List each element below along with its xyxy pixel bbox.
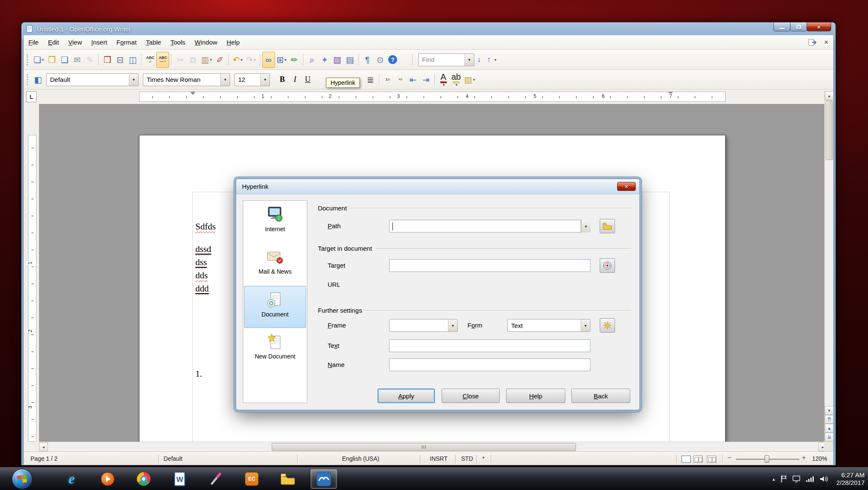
autospellcheck-button[interactable]: ABC~~~	[156, 52, 169, 68]
paragraph-style-combo[interactable]: Default ▾	[46, 73, 139, 86]
find-next-button[interactable]: ↓	[474, 54, 484, 65]
view-book-button[interactable]	[707, 456, 716, 463]
gallery-button[interactable]: ▧	[331, 52, 344, 68]
highlighting-button[interactable]: ab▾	[450, 72, 462, 88]
view-single-page-button[interactable]	[682, 456, 691, 463]
help-button[interactable]: ?	[387, 52, 399, 68]
new-document-button[interactable]: ❏▾	[32, 52, 45, 68]
highlighting-dropdown-icon[interactable]: ▾	[456, 83, 458, 87]
menu-edit[interactable]: Edit	[43, 36, 64, 49]
volume-icon[interactable]	[820, 476, 828, 482]
nonprinting-characters-button[interactable]: ¶	[361, 52, 374, 68]
language-indicator[interactable]: English (USA)	[303, 455, 418, 462]
print-file-button[interactable]: ⊟	[114, 52, 126, 68]
taskbar-screen-recorder[interactable]: EC	[239, 469, 265, 489]
vertical-scroll-thumb[interactable]	[826, 101, 833, 160]
previous-page-button[interactable]: ⇈	[825, 415, 833, 424]
category-document[interactable]: Document	[244, 286, 306, 328]
document-text-line[interactable]: Sdfds	[195, 220, 216, 233]
events-button[interactable]	[600, 318, 615, 333]
menu-table[interactable]: Table	[141, 36, 166, 49]
name-input[interactable]	[389, 359, 590, 371]
show-hidden-icons-button[interactable]: ▴	[773, 476, 775, 482]
find-replace-button[interactable]: ⌕	[306, 52, 318, 68]
target-field[interactable]	[389, 259, 590, 272]
increase-indent-button[interactable]: ⇥	[420, 72, 432, 88]
insert-table-dropdown-icon[interactable]: ▾	[284, 58, 287, 62]
bold-button[interactable]: B	[276, 72, 289, 88]
taskbar-media-player[interactable]	[95, 469, 121, 489]
save-document-button[interactable]: ❑	[58, 52, 71, 68]
navigator-button[interactable]: ✦	[318, 52, 331, 68]
tab-stop-selector[interactable]: L	[26, 91, 36, 102]
taskbar-internet-explorer[interactable]: e	[58, 469, 85, 489]
dialog-title-bar[interactable]: Hyperlink ×	[236, 179, 640, 194]
spellcheck-button[interactable]: ABC✓	[144, 52, 156, 68]
open-file-button[interactable]	[600, 219, 615, 233]
export-pdf-button[interactable]: ❒	[101, 52, 114, 68]
text-input[interactable]	[389, 340, 590, 352]
scroll-left-button[interactable]: ◂	[39, 442, 48, 451]
form-combo[interactable]: Text ▾	[507, 319, 590, 332]
font-name-combo[interactable]: Times New Roman ▾	[143, 73, 230, 86]
menu-window[interactable]: Window	[190, 36, 222, 49]
background-color-button[interactable]: ▨▾	[462, 72, 476, 88]
zoom-level[interactable]: 120%	[812, 455, 827, 462]
start-button[interactable]	[12, 469, 32, 489]
zoom-slider-thumb[interactable]	[765, 455, 769, 463]
modified-indicator[interactable]: *	[482, 455, 484, 462]
menu-help[interactable]: Help	[222, 36, 245, 49]
taskbar-chrome[interactable]	[131, 469, 157, 489]
maximize-button[interactable]	[790, 22, 807, 31]
document-as-email-button[interactable]: ✉	[71, 52, 83, 68]
category-internet[interactable]: Internet	[244, 201, 306, 243]
menu-file[interactable]: File	[24, 36, 43, 49]
scroll-up-button[interactable]: ▲	[825, 91, 833, 100]
horizontal-scroll-thumb[interactable]	[272, 443, 576, 451]
taskbar-paint[interactable]	[203, 469, 229, 489]
back-button[interactable]: Back	[571, 389, 630, 403]
application-icon[interactable]	[26, 25, 33, 33]
bullet-list-button[interactable]: •≡	[394, 72, 407, 88]
category-mail[interactable]: Mail & News	[244, 244, 306, 286]
dialog-close-button[interactable]: ×	[617, 182, 636, 191]
font-dropdown-icon[interactable]: ▾	[220, 74, 230, 86]
scroll-down-button[interactable]: ▼	[825, 406, 833, 415]
menu-format[interactable]: Format	[112, 36, 142, 49]
apply-button[interactable]: Apply	[378, 389, 435, 403]
menu-view[interactable]: View	[64, 36, 86, 49]
document-menu-icon[interactable]	[808, 39, 817, 46]
taskbar-folder[interactable]	[275, 469, 301, 489]
selection-mode-indicator[interactable]: STD	[461, 455, 473, 462]
font-color-button[interactable]: A▾	[437, 72, 450, 88]
find-combo[interactable]: Find ▾	[418, 53, 474, 66]
find-dropdown-icon[interactable]: ▾	[465, 54, 474, 66]
action-center-icon[interactable]	[780, 475, 787, 483]
data-sources-button[interactable]: ▤	[344, 52, 356, 68]
draw-functions-button[interactable]: ✏	[288, 52, 301, 68]
document-text-line[interactable]: dds	[195, 269, 216, 282]
close-document-button[interactable]: ×	[822, 38, 831, 47]
frame-dropdown-icon[interactable]: ▾	[448, 319, 457, 331]
open-document-button[interactable]: ❐	[45, 52, 58, 68]
path-field[interactable]	[389, 220, 581, 232]
insert-mode-indicator[interactable]: INSRT	[430, 455, 448, 462]
next-page-button[interactable]: ⇊	[825, 433, 833, 442]
name-field[interactable]	[389, 358, 590, 371]
form-dropdown-icon[interactable]: ▾	[581, 319, 590, 331]
align-justified-button[interactable]: ≣	[364, 72, 377, 88]
frame-combo[interactable]: ▾	[389, 319, 458, 332]
styles-window-button[interactable]: ◧	[32, 72, 45, 88]
page-style-indicator[interactable]: Default	[164, 455, 182, 462]
document-text[interactable]: Sdfdsdssddssddsddd	[195, 220, 216, 295]
font-color-dropdown-icon[interactable]: ▾	[443, 83, 445, 87]
menu-insert[interactable]: Insert	[86, 36, 112, 49]
zoom-button[interactable]: ⊙	[374, 52, 387, 68]
navigation-button[interactable]: ●	[825, 424, 833, 433]
path-input[interactable]	[389, 220, 581, 232]
view-multiple-pages-button[interactable]	[693, 456, 703, 463]
list-number[interactable]: 1.	[195, 369, 202, 379]
display-settings-icon[interactable]	[793, 476, 800, 482]
close-button[interactable]: Close	[442, 389, 500, 403]
paste-button[interactable]: ▥▾	[199, 52, 213, 68]
